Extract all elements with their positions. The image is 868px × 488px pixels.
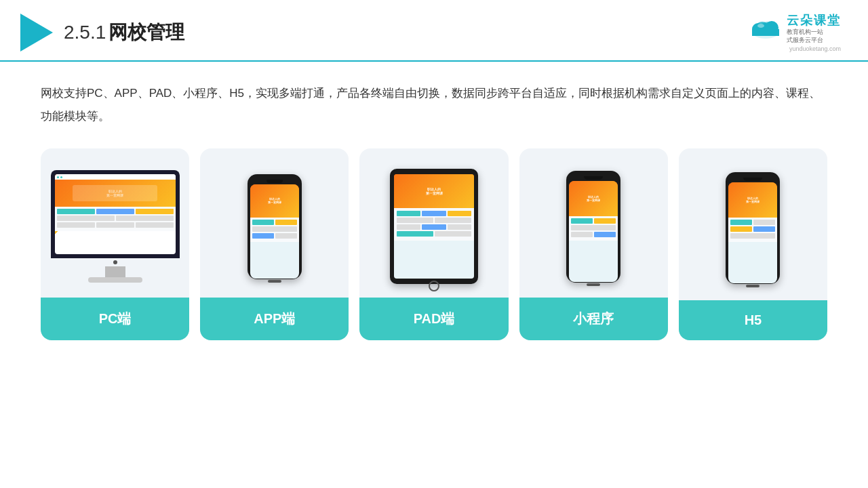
mobile-screen-mp: 职达人的第一堂网课: [569, 181, 618, 282]
brand-tagline: 教育机构一站 式服务云平台: [787, 28, 841, 44]
mobile-home-btn-h5: [746, 285, 760, 287]
screen-row: [571, 232, 616, 237]
card-image-h5: 职达人的第一堂网课: [679, 148, 827, 300]
screen-row: [730, 220, 775, 225]
mobile-home-btn: [268, 280, 281, 283]
screen-block: [753, 220, 775, 225]
screen-row: [252, 233, 297, 239]
pc-device: 职达人的第一堂网课: [51, 170, 180, 283]
card-miniprogram: 职达人的第一堂网课: [519, 148, 668, 340]
mp-content: [569, 216, 618, 241]
brand-url: yunduoketang.com: [789, 45, 841, 52]
page-title: 2.5.1网校管理: [64, 20, 184, 45]
h5-banner-text: 职达人的第一堂网课: [746, 197, 760, 203]
title-number: 2.5.1: [64, 22, 106, 43]
h5-banner: 职达人的第一堂网课: [728, 182, 777, 218]
mp-banner: 职达人的第一堂网课: [569, 181, 618, 216]
mobile-notch-h5: [743, 178, 762, 181]
screen-block: [594, 232, 616, 237]
pad-content: [394, 208, 474, 241]
screen-block: [136, 209, 174, 214]
app-banner-text: 职达人的第一堂网课: [268, 197, 281, 204]
screen-row: [571, 218, 616, 224]
screen-row: [57, 216, 174, 221]
brand-name: 云朵课堂: [787, 12, 841, 28]
card-image-pc: 职达人的第一堂网课: [41, 148, 189, 298]
card-app: 职达人的第一堂网课: [200, 148, 349, 340]
mp-banner-text: 职达人的第一堂网课: [587, 195, 600, 202]
screen-block: [57, 209, 95, 214]
pc-screen-outer: 职达人的第一堂网课: [51, 170, 180, 258]
screen-row: [252, 226, 297, 232]
card-pc: 职达人的第一堂网课: [41, 148, 189, 340]
screen-block: [96, 222, 134, 228]
screen-block: [275, 220, 297, 225]
screen-block: [96, 209, 134, 214]
app-banner: 职达人的第一堂网课: [250, 184, 299, 218]
screen-block: [448, 211, 471, 216]
pad-banner: 职达人的第一堂网课: [394, 174, 474, 207]
screen-row: [571, 225, 616, 230]
main-content: 网校支持PC、APP、PAD、小程序、H5，实现多端打通，产品各终端自由切换，数…: [0, 62, 868, 354]
pc-content-area: [55, 207, 176, 231]
tablet-home-btn: [429, 281, 439, 291]
pc-banner: 职达人的第一堂网课: [55, 180, 176, 207]
screen-block: [730, 226, 752, 232]
brand-text: 云朵课堂 教育机构一站 式服务云平台: [787, 12, 841, 44]
nav-dot: [57, 176, 59, 178]
screen-block: [435, 231, 471, 237]
mobile-mockup-app: 职达人的第一堂网课: [248, 174, 302, 279]
pc-stand-connector: [113, 260, 117, 264]
pc-stand-base: [88, 277, 142, 283]
pc-banner-text: 职达人的第一堂网课: [106, 189, 123, 197]
tablet-screen: 职达人的第一堂网课: [394, 174, 474, 279]
pad-banner-text: 职达人的第一堂网课: [426, 187, 443, 195]
card-image-app: 职达人的第一堂网课: [200, 148, 349, 298]
screen-block: [571, 225, 616, 230]
nav-dot: [60, 176, 62, 178]
screen-block: [57, 216, 115, 221]
card-label-pad: PAD端: [359, 298, 508, 340]
card-label-h5: H5: [679, 300, 827, 340]
mobile-mockup-mp: 职达人的第一堂网课: [566, 171, 620, 283]
brand-row: 云朵课堂 教育机构一站 式服务云平台: [749, 12, 841, 44]
page-header: 2.5.1网校管理 云朵课堂 教育机构一站: [0, 0, 868, 62]
screen-row: [57, 222, 174, 228]
screen-block: [594, 218, 616, 224]
screen-block: [397, 224, 420, 230]
screen-block: [397, 231, 433, 237]
h5-content: [728, 218, 777, 242]
screen-block: [730, 233, 775, 239]
screen-row: [397, 218, 471, 223]
card-h5: 职达人的第一堂网课: [679, 148, 827, 340]
pc-banner-inner: 职达人的第一堂网课: [73, 185, 157, 201]
screen-block: [730, 220, 752, 225]
header-left: 2.5.1网校管理: [20, 14, 184, 52]
logo-triangle-icon: [20, 14, 53, 52]
mobile-mockup-h5: 职达人的第一堂网课: [726, 172, 780, 284]
h5-device: 职达人的第一堂网课: [726, 172, 780, 284]
card-pad: 职达人的第一堂网课: [359, 148, 508, 340]
pad-device: 职达人的第一堂网课: [390, 169, 478, 284]
pc-mini-nav: [55, 174, 176, 180]
card-label-app: APP端: [200, 298, 349, 340]
card-image-pad: 职达人的第一堂网课: [359, 148, 508, 298]
cloud-icon: [749, 17, 783, 40]
card-image-miniprogram: 职达人的第一堂网课: [519, 148, 668, 298]
card-label-miniprogram: 小程序: [519, 298, 668, 340]
app-device: 职达人的第一堂网课: [248, 174, 302, 279]
card-label-pc: PC端: [41, 298, 189, 340]
screen-block: [753, 226, 775, 232]
screen-block: [571, 232, 593, 237]
screen-block: [397, 211, 420, 216]
screen-block: [57, 222, 95, 228]
screen-block: [136, 222, 174, 228]
screen-block: [275, 233, 297, 239]
screen-block: [252, 226, 297, 232]
mobile-home-btn-mp: [587, 283, 600, 286]
screen-block: [448, 224, 471, 230]
screen-row: [397, 224, 471, 230]
mobile-notch: [267, 180, 283, 183]
mobile-screen-h5: 职达人的第一堂网课: [728, 182, 777, 283]
app-content: [250, 218, 299, 242]
